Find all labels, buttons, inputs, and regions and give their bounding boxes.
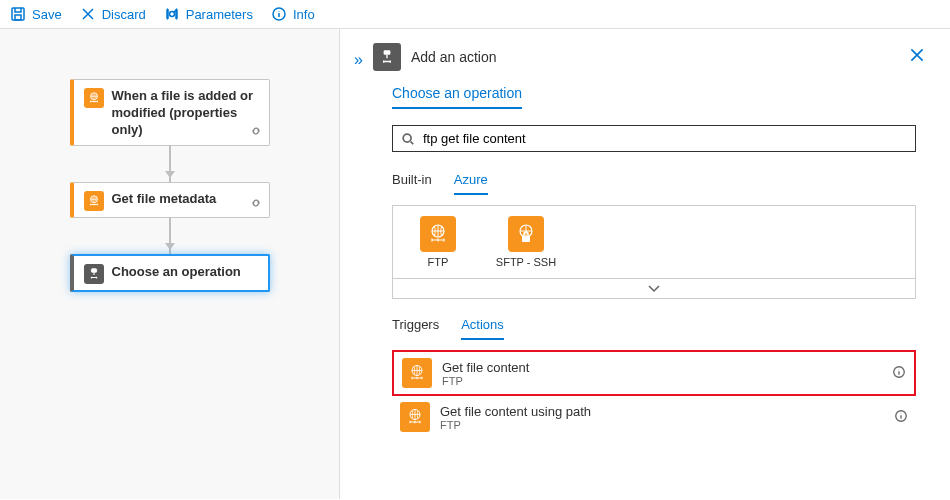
action-panel: » Add an action Choose an operation Buil… (340, 29, 950, 499)
operation-icon (84, 264, 104, 284)
search-input[interactable] (423, 131, 907, 146)
action-subtitle: FTP (440, 419, 884, 431)
svg-rect-11 (522, 236, 530, 242)
connector-sftp[interactable]: SFTP - SSH (495, 216, 557, 268)
action-title: Get file metadata (112, 191, 217, 208)
flow-arrow (169, 218, 171, 254)
action-node-metadata[interactable]: Get file metadata (70, 182, 270, 218)
connection-icon (249, 124, 263, 141)
tab-triggers[interactable]: Triggers (392, 313, 439, 340)
search-icon (401, 132, 415, 146)
save-button[interactable]: Save (10, 6, 62, 22)
main-area: When a file is added or modified (proper… (0, 29, 950, 499)
ftp-icon (400, 402, 430, 432)
discard-icon (80, 6, 96, 22)
svg-rect-7 (384, 50, 391, 55)
connection-icon (249, 196, 263, 213)
info-icon (894, 409, 908, 423)
ftp-icon (84, 88, 104, 108)
save-icon (10, 6, 26, 22)
info-icon (271, 6, 287, 22)
svg-point-2 (169, 12, 174, 17)
connector-group-tabs: Built-in Azure (392, 168, 916, 195)
actions-list: Get file content FTP Get file content us… (392, 350, 916, 438)
close-icon (908, 46, 926, 64)
close-button[interactable] (908, 46, 926, 69)
svg-rect-1 (15, 15, 21, 20)
panel-title: Add an action (411, 49, 898, 65)
tab-actions[interactable]: Actions (461, 313, 504, 340)
search-input-wrapper[interactable] (392, 125, 916, 152)
expand-connectors[interactable] (393, 278, 915, 298)
info-icon (892, 365, 906, 379)
action-subtitle: FTP (442, 375, 882, 387)
triggers-actions-tabs: Triggers Actions (392, 313, 916, 340)
parameters-button[interactable]: Parameters (164, 6, 253, 22)
svg-point-8 (403, 134, 411, 142)
tab-azure[interactable]: Azure (454, 168, 488, 195)
action-info-button[interactable] (892, 365, 906, 382)
connector-ftp[interactable]: FTP (407, 216, 469, 268)
action-get-file-content-path[interactable]: Get file content using path FTP (392, 396, 916, 438)
chevron-down-icon (648, 285, 660, 293)
action-title: Get file content (442, 360, 882, 375)
ftp-icon (84, 191, 104, 211)
svg-rect-0 (12, 8, 24, 20)
ftp-icon (402, 358, 432, 388)
command-bar: Save Discard Parameters Info (0, 0, 950, 29)
discard-button[interactable]: Discard (80, 6, 146, 22)
connectors-box: FTP SFTP - SSH (392, 205, 916, 299)
connector-ftp-label: FTP (407, 256, 469, 268)
info-label: Info (293, 7, 315, 22)
action-info-button[interactable] (894, 409, 908, 426)
save-label: Save (32, 7, 62, 22)
sftp-icon (508, 216, 544, 252)
parameters-label: Parameters (186, 7, 253, 22)
connector-sftp-label: SFTP - SSH (495, 256, 557, 268)
choose-operation-node[interactable]: Choose an operation (70, 254, 270, 292)
parameters-icon (164, 6, 180, 22)
operation-icon (373, 43, 401, 71)
choose-title: Choose an operation (112, 264, 241, 281)
collapse-chevron-icon[interactable]: » (354, 51, 363, 69)
info-button[interactable]: Info (271, 6, 315, 22)
action-get-file-content[interactable]: Get file content FTP (392, 350, 916, 396)
tab-builtin[interactable]: Built-in (392, 168, 432, 195)
action-title: Get file content using path (440, 404, 884, 419)
svg-rect-6 (91, 268, 96, 272)
discard-label: Discard (102, 7, 146, 22)
panel-subtitle: Choose an operation (392, 71, 522, 109)
ftp-icon (420, 216, 456, 252)
workflow-canvas: When a file is added or modified (proper… (0, 29, 340, 499)
flow-arrow (169, 146, 171, 182)
trigger-node[interactable]: When a file is added or modified (proper… (70, 79, 270, 146)
trigger-title: When a file is added or modified (proper… (112, 88, 259, 139)
